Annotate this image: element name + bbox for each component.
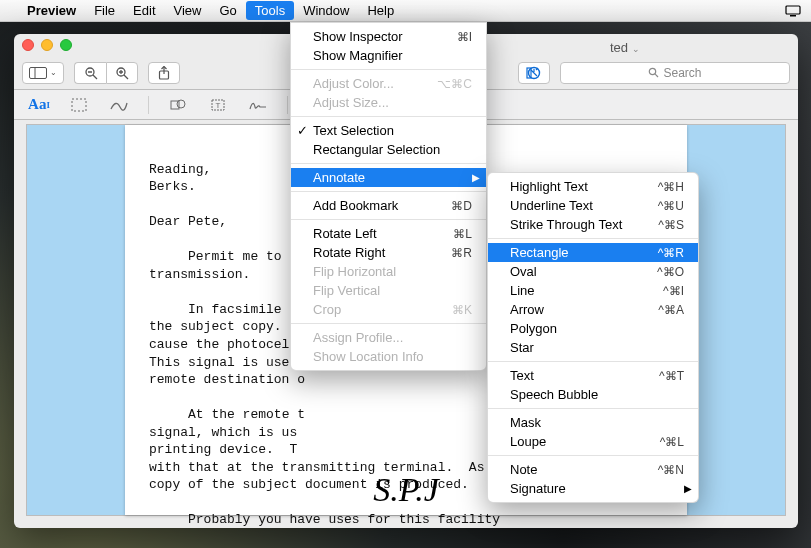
selection-tool[interactable]	[68, 94, 90, 116]
sketch-tool[interactable]	[108, 94, 130, 116]
svg-rect-1	[790, 15, 796, 17]
share-button[interactable]	[148, 62, 180, 84]
zoom-button[interactable]	[60, 39, 72, 51]
text-style-button[interactable]: AaI	[28, 94, 50, 116]
menu-app[interactable]: Preview	[18, 1, 85, 20]
svg-rect-17	[72, 99, 86, 111]
mi-mask[interactable]: Mask	[488, 413, 698, 432]
svg-rect-0	[786, 6, 800, 14]
mi-rect-selection[interactable]: Rectangular Selection	[291, 140, 486, 159]
mi-rotate-right[interactable]: Rotate Right⌘R	[291, 243, 486, 262]
annotate-submenu: Highlight Text^⌘H Underline Text^⌘U Stri…	[487, 172, 699, 503]
menu-tools[interactable]: Tools	[246, 1, 294, 20]
menu-view[interactable]: View	[165, 1, 211, 20]
search-icon	[648, 67, 659, 78]
search-placeholder: Search	[663, 66, 701, 80]
mi-star[interactable]: Star	[488, 338, 698, 357]
signature-graphic: S.P.J	[373, 467, 438, 513]
mi-oval[interactable]: Oval^⌘O	[488, 262, 698, 281]
mi-adjust-color: Adjust Color...⌥⌘C	[291, 74, 486, 93]
svg-line-5	[93, 75, 97, 79]
mi-text[interactable]: Text^⌘T	[488, 366, 698, 385]
svg-line-8	[124, 75, 128, 79]
mi-arrow[interactable]: Arrow^⌘A	[488, 300, 698, 319]
mi-flip-h: Flip Horizontal	[291, 262, 486, 281]
mi-polygon[interactable]: Polygon	[488, 319, 698, 338]
mi-add-bookmark[interactable]: Add Bookmark⌘D	[291, 196, 486, 215]
display-menu-icon[interactable]	[785, 5, 803, 17]
tools-menu: Show Inspector⌘I Show Magnifier Adjust C…	[290, 22, 487, 371]
mi-strike[interactable]: Strike Through Text^⌘S	[488, 215, 698, 234]
shapes-tool[interactable]	[167, 94, 189, 116]
zoom-out-button[interactable]	[74, 62, 106, 84]
mi-text-selection[interactable]: ✓Text Selection	[291, 121, 486, 140]
mi-show-inspector[interactable]: Show Inspector⌘I	[291, 27, 486, 46]
zoom-in-button[interactable]	[106, 62, 138, 84]
menu-edit[interactable]: Edit	[124, 1, 164, 20]
menu-help[interactable]: Help	[358, 1, 403, 20]
mi-line[interactable]: Line^⌘I	[488, 281, 698, 300]
mi-note[interactable]: Note^⌘N	[488, 460, 698, 479]
close-button[interactable]	[22, 39, 34, 51]
mi-speech[interactable]: Speech Bubble	[488, 385, 698, 404]
mi-show-location: Show Location Info	[291, 347, 486, 366]
mi-highlight[interactable]: Highlight Text^⌘H	[488, 177, 698, 196]
mi-annotate[interactable]: Annotate▶	[291, 168, 486, 187]
svg-point-15	[650, 68, 656, 74]
mi-flip-v: Flip Vertical	[291, 281, 486, 300]
svg-rect-2	[30, 67, 47, 78]
markup-toolbar-button[interactable]	[518, 62, 550, 84]
search-field[interactable]: Search	[560, 62, 790, 84]
svg-text:T: T	[216, 101, 221, 110]
system-menubar: Preview File Edit View Go Tools Window H…	[0, 0, 811, 22]
mi-rotate-left[interactable]: Rotate Left⌘L	[291, 224, 486, 243]
mi-adjust-size: Adjust Size...	[291, 93, 486, 112]
mi-crop: Crop⌘K	[291, 300, 486, 319]
minimize-button[interactable]	[41, 39, 53, 51]
mi-rectangle[interactable]: Rectangle^⌘R	[488, 243, 698, 262]
mi-assign-profile: Assign Profile...	[291, 328, 486, 347]
svg-point-19	[177, 100, 185, 108]
mi-show-magnifier[interactable]: Show Magnifier	[291, 46, 486, 65]
sign-tool[interactable]	[247, 94, 269, 116]
menu-window[interactable]: Window	[294, 1, 358, 20]
mi-signature[interactable]: Signature▶	[488, 479, 698, 498]
svg-line-16	[656, 74, 659, 77]
menu-go[interactable]: Go	[210, 1, 245, 20]
menu-file[interactable]: File	[85, 1, 124, 20]
sidebar-view-button[interactable]: ⌄	[22, 62, 64, 84]
mi-loupe[interactable]: Loupe^⌘L	[488, 432, 698, 451]
text-tool[interactable]: T	[207, 94, 229, 116]
mi-underline[interactable]: Underline Text^⌘U	[488, 196, 698, 215]
